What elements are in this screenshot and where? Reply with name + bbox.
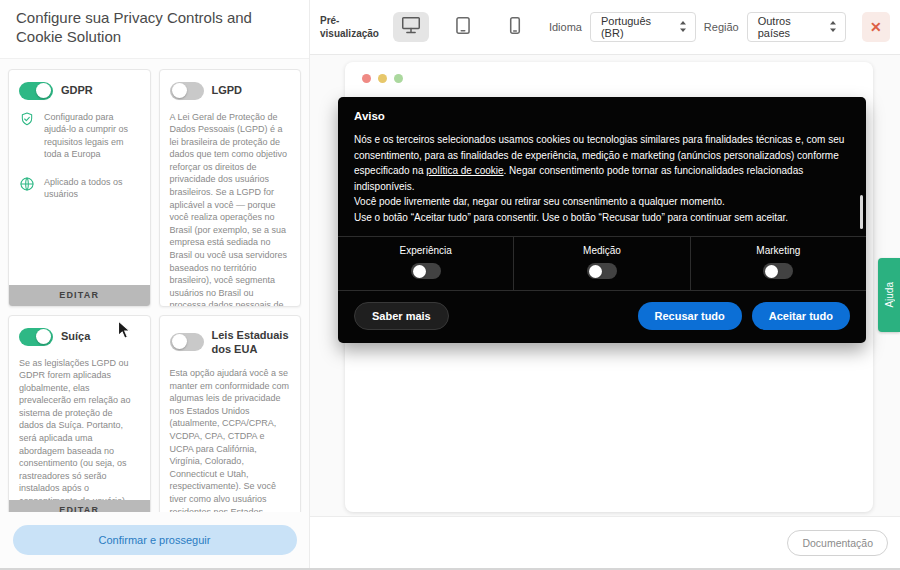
card-gdpr-title: GDPR [61, 83, 93, 97]
region-label: Região [704, 21, 739, 33]
banner-text-line2: Você pode livremente dar, negar ou retir… [354, 194, 850, 210]
purpose-marketing-toggle[interactable] [763, 263, 793, 279]
regulation-cards: GDPR Configurado para ajudá-lo a cumprir… [0, 59, 309, 522]
purpose-measurement: Medição [513, 237, 689, 290]
language-select[interactable]: Português (BR) [590, 12, 696, 42]
card-us-state-laws-title: Leis Estaduais dos EUA [212, 328, 291, 357]
card-lgpd: LGPD A Lei Geral de Proteção de Dados Pe… [159, 69, 302, 307]
switzerland-toggle[interactable] [19, 328, 53, 346]
purpose-toggles-row: Experiência Medição Marketing [338, 236, 866, 291]
window-minimize-dot-icon [378, 74, 387, 83]
learn-more-button[interactable]: Saber mais [354, 302, 449, 330]
card-switzerland-title: Suíça [61, 329, 90, 343]
device-tablet-button[interactable] [445, 12, 481, 42]
purpose-experience: Experiência [338, 237, 513, 290]
card-lgpd-title: LGPD [212, 83, 243, 97]
purpose-marketing-label: Marketing [756, 245, 800, 256]
tablet-icon [455, 16, 471, 38]
accept-all-button[interactable]: Aceitar tudo [752, 302, 850, 330]
help-tab-label: Ajuda [884, 282, 895, 308]
region-value: Outros países [758, 15, 822, 39]
window-maximize-dot-icon [394, 74, 403, 83]
gdpr-edit-button[interactable]: EDITAR [9, 285, 150, 306]
preview-toolbar: Pré-visualização [310, 0, 900, 55]
region-select[interactable]: Outros países [747, 12, 846, 42]
purpose-marketing: Marketing [690, 237, 866, 290]
close-icon: ✕ [870, 19, 882, 35]
us-state-laws-toggle[interactable] [170, 333, 204, 351]
close-preview-button[interactable]: ✕ [862, 12, 890, 42]
purpose-measurement-label: Medição [583, 245, 621, 256]
device-switcher [393, 12, 533, 42]
confirm-proceed-button[interactable]: Confirmar e prosseguir [13, 525, 297, 555]
cookie-banner-message: Aviso Nós e os terceiros selecionados us… [338, 97, 866, 236]
window-close-dot-icon [362, 74, 371, 83]
purpose-measurement-toggle[interactable] [587, 263, 617, 279]
card-switzerland: Suíça Se as legislações LGPD ou GDPR for… [8, 315, 151, 522]
preview-label: Pré-visualização [320, 14, 379, 41]
purpose-experience-toggle[interactable] [411, 263, 441, 279]
card-gdpr-item-1: Configurado para ajudá-lo a cumprir os r… [44, 111, 140, 161]
cookie-banner-text: Nós e os terceiros selecionados usamos c… [354, 132, 850, 225]
cookie-banner-footer: Saber mais Recusar tudo Aceitar tudo [338, 291, 866, 343]
globe-icon [19, 176, 35, 201]
shield-check-icon [19, 111, 35, 161]
card-lgpd-description: A Lei Geral de Proteção de Dados Pessoai… [170, 111, 291, 307]
sidebar-footer: Confirmar e prosseguir [0, 512, 309, 568]
browser-mockup-header [345, 62, 873, 95]
device-phone-button[interactable] [497, 12, 533, 42]
card-gdpr: GDPR Configurado para ajudá-lo a cumprir… [8, 69, 151, 307]
phone-icon [509, 16, 521, 38]
sort-arrows-icon [679, 21, 687, 34]
cookie-policy-link[interactable]: política de cookie [426, 165, 503, 176]
sidebar-header: Configure sua Privacy Controls and Cooki… [0, 0, 309, 59]
gdpr-toggle[interactable] [19, 82, 53, 100]
language-label: Idioma [549, 21, 582, 33]
page-title: Configure sua Privacy Controls and Cooki… [16, 9, 293, 47]
reject-all-button[interactable]: Recusar tudo [638, 302, 742, 330]
device-desktop-button[interactable] [393, 12, 429, 42]
cookie-banner-title: Aviso [354, 110, 850, 122]
purpose-experience-label: Experiência [400, 245, 452, 256]
card-us-state-laws: Leis Estaduais dos EUA Esta opção ajudar… [159, 315, 302, 522]
cookie-banner: Aviso Nós e os terceiros selecionados us… [338, 97, 866, 343]
banner-text-line3: Use o botão “Aceitar tudo” para consenti… [354, 210, 850, 226]
config-sidebar: Configure sua Privacy Controls and Cooki… [0, 0, 310, 568]
main-footer: Documentação [310, 516, 900, 568]
browser-mockup: Aviso Nós e os terceiros selecionados us… [345, 62, 873, 512]
card-gdpr-item-2: Aplicado a todos os usuários [44, 176, 140, 201]
preview-pane: Pré-visualização [310, 0, 900, 568]
banner-scrollbar-thumb[interactable] [860, 195, 863, 229]
preview-canvas: Aviso Nós e os terceiros selecionados us… [310, 55, 900, 516]
help-tab[interactable]: Ajuda [878, 258, 900, 332]
card-switzerland-description: Se as legislações LGPD ou GDPR forem apl… [19, 357, 140, 522]
sort-arrows-icon [829, 21, 837, 34]
documentation-button[interactable]: Documentação [787, 530, 888, 556]
language-value: Português (BR) [601, 15, 672, 39]
lgpd-toggle[interactable] [170, 82, 204, 100]
card-us-state-laws-description: Esta opção ajudará você a se manter em c… [170, 367, 291, 521]
desktop-icon [401, 16, 421, 38]
